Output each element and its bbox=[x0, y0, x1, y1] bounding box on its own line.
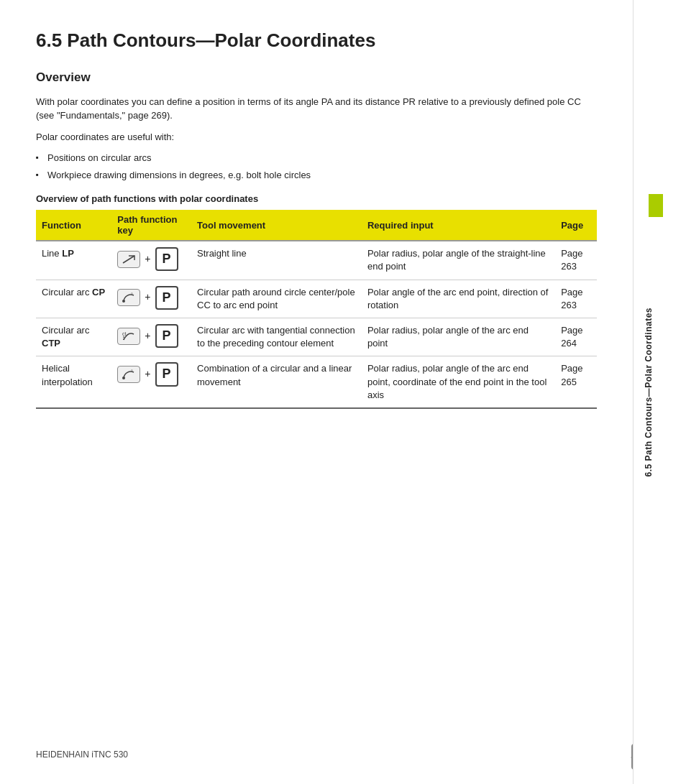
col-movement: Tool movement bbox=[191, 210, 362, 241]
plus-sign: + bbox=[145, 367, 150, 382]
key-cell: ° + P bbox=[111, 356, 191, 408]
svg-text:°: ° bbox=[131, 292, 133, 298]
key-group-ctp: ct + P bbox=[117, 324, 186, 348]
key-group-helical: ° + P bbox=[117, 362, 186, 386]
required-cell: Polar radius, polar angle of the arc end… bbox=[362, 318, 555, 356]
key-cell: ct + P bbox=[111, 318, 191, 356]
key-p-button: P bbox=[155, 362, 178, 386]
col-key: Path function key bbox=[111, 210, 191, 241]
table-row: Circular arc CP ° + P bbox=[36, 280, 597, 318]
movement-cell: Combination of a circular and a linear m… bbox=[191, 356, 362, 408]
key-p-button: P bbox=[155, 286, 178, 310]
col-page: Page bbox=[555, 210, 597, 241]
key-cp-icon: ° bbox=[117, 289, 140, 306]
svg-text:°: ° bbox=[131, 369, 133, 374]
right-sidebar: 6.5 Path Contours—Polar Coordinates bbox=[633, 0, 663, 784]
bullet-item-1: Positions on circular arcs bbox=[36, 151, 597, 165]
svg-point-5 bbox=[122, 377, 125, 379]
function-cell: Helical interpolation bbox=[36, 356, 111, 408]
page-cell: Page 263 bbox=[555, 241, 597, 280]
path-functions-table: Function Path function key Tool movement… bbox=[36, 210, 597, 409]
required-cell: Polar radius, polar angle of the arc end… bbox=[362, 356, 555, 408]
page-cell: Page 264 bbox=[555, 318, 597, 356]
intro-text: With polar coordinates you can define a … bbox=[36, 95, 597, 123]
table-row: Helical interpolation ° + P bbox=[36, 356, 597, 408]
function-cell: Line LP bbox=[36, 241, 111, 280]
page-cell: Page 263 bbox=[555, 280, 597, 318]
function-cell: Circular arc CP bbox=[36, 280, 111, 318]
movement-cell: Straight line bbox=[191, 241, 362, 280]
key-p-button: P bbox=[155, 247, 178, 271]
col-function: Function bbox=[36, 210, 111, 241]
sidebar-chapter-label: 6.5 Path Contours—Polar Coordinates bbox=[644, 308, 654, 477]
required-cell: Polar radius, polar angle of the straigh… bbox=[362, 241, 555, 280]
plus-sign: + bbox=[145, 252, 150, 267]
table-row: Line LP + P bbox=[36, 241, 597, 280]
svg-text:ct: ct bbox=[122, 331, 127, 336]
table-row: Circular arc CTP ct + P bbox=[36, 318, 597, 356]
table-heading: Overview of path functions with polar co… bbox=[36, 193, 597, 204]
plus-sign: + bbox=[145, 290, 150, 305]
required-cell: Polar angle of the arc end point, direct… bbox=[362, 280, 555, 318]
bullet-item-2: Workpiece drawing dimensions in degrees,… bbox=[36, 168, 597, 183]
vertical-text-wrapper: 6.5 Path Contours—Polar Coordinates bbox=[634, 0, 664, 784]
page-cell: Page 265 bbox=[555, 356, 597, 408]
useful-with-text: Polar coordinates are useful with: bbox=[36, 130, 597, 144]
brand-label: HEIDENHAIN iTNC 530 bbox=[36, 750, 128, 760]
key-cell: + P bbox=[111, 241, 191, 280]
key-lp-icon bbox=[117, 251, 140, 268]
table-header-row: Function Path function key Tool movement… bbox=[36, 210, 597, 241]
movement-cell: Circular arc with tangential connection … bbox=[191, 318, 362, 356]
movement-cell: Circular path around circle center/pole … bbox=[191, 280, 362, 318]
key-cell: ° + P bbox=[111, 280, 191, 318]
col-required: Required input bbox=[362, 210, 555, 241]
page-footer: HEIDENHAIN iTNC 530 261 bbox=[36, 748, 650, 761]
svg-line-0 bbox=[123, 256, 134, 263]
bullet-list: Positions on circular arcs Workpiece dra… bbox=[36, 151, 597, 182]
overview-heading: Overview bbox=[36, 70, 597, 85]
key-ctp-icon: ct bbox=[117, 328, 140, 345]
key-group-lp: + P bbox=[117, 247, 186, 271]
key-group-cp: ° + P bbox=[117, 286, 186, 310]
plus-sign: + bbox=[145, 329, 150, 343]
function-cell: Circular arc CTP bbox=[36, 318, 111, 356]
key-helical-icon: ° bbox=[117, 366, 140, 383]
svg-point-1 bbox=[122, 300, 125, 303]
key-p-button: P bbox=[155, 324, 178, 348]
chapter-title: 6.5 Path Contours—Polar Coordinates bbox=[36, 29, 597, 53]
main-content: 6.5 Path Contours—Polar Coordinates Over… bbox=[0, 0, 633, 784]
